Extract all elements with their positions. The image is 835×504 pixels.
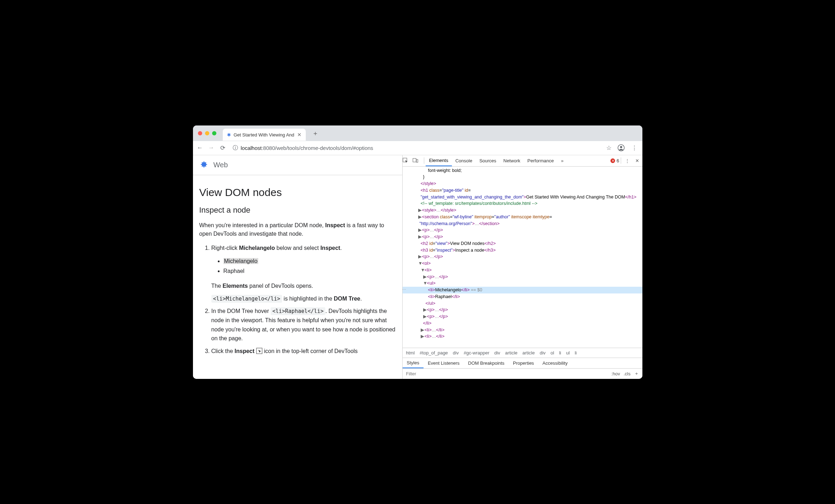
new-tab-button[interactable]: ＋ <box>312 129 319 138</box>
error-icon: ✕ <box>610 158 615 163</box>
dom-line[interactable]: <h3 id="inspect">Inspect a node</h3> <box>403 247 642 254</box>
tab-network[interactable]: Network <box>500 155 524 167</box>
devtools-menu-icon[interactable]: ⋮ <box>623 158 632 163</box>
dom-line[interactable]: <h1 class="page-title" id= <box>403 187 642 194</box>
breadcrumb-item[interactable]: html <box>406 350 415 355</box>
breadcrumb-item[interactable]: ul <box>566 350 570 355</box>
svg-rect-4 <box>413 158 416 162</box>
svg-rect-5 <box>416 159 418 162</box>
browser-tab[interactable]: ✱ Get Started With Viewing And ✕ <box>223 129 306 141</box>
dom-line[interactable]: ▼<li> <box>403 267 642 274</box>
inspect-icon <box>256 348 262 354</box>
tab-sources[interactable]: Sources <box>476 155 500 167</box>
dom-line[interactable]: ▶<li>…</li> <box>403 333 642 340</box>
subtab-dom-breakpoints[interactable]: DOM Breakpoints <box>464 358 509 368</box>
breadcrumb-item[interactable]: article <box>505 350 518 355</box>
forward-button[interactable]: → <box>208 144 215 151</box>
dom-line[interactable]: ▶<p>…</p> <box>403 227 642 234</box>
subtab-event-listeners[interactable]: Event Listeners <box>424 358 464 368</box>
dom-line[interactable]: </li> <box>403 320 642 327</box>
dom-line[interactable]: ▶<p>…</p> <box>403 253 642 260</box>
breadcrumb-item[interactable]: #gc-wrapper <box>464 350 489 355</box>
cls-toggle[interactable]: .cls <box>624 371 631 376</box>
dom-line[interactable]: ▼<ul> <box>403 280 642 287</box>
step-text: The Elements panel of DevTools opens. <box>211 281 396 291</box>
dom-line[interactable]: <li>Raphael</li> <box>403 293 642 300</box>
dom-line[interactable]: ▼<ol> <box>403 260 642 267</box>
dom-line[interactable]: ▶<section class="wf-byline" itemprop="au… <box>403 214 642 220</box>
menu-icon[interactable]: ⋮ <box>630 144 639 152</box>
traffic-lights <box>198 131 216 135</box>
dom-line-selected[interactable]: <li>Michelangelo</li> == $0 <box>403 287 642 293</box>
tab-performance[interactable]: Performance <box>524 155 557 167</box>
profile-icon[interactable] <box>618 144 626 151</box>
breadcrumb-item[interactable]: article <box>522 350 535 355</box>
subtab-styles[interactable]: Styles <box>403 358 424 368</box>
page-header: Web <box>193 155 402 175</box>
article: View DOM nodes Inspect a node When you'r… <box>193 175 402 366</box>
dom-line[interactable]: font-weight: bold; <box>403 167 642 174</box>
new-style-rule-icon[interactable]: ＋ <box>634 370 639 377</box>
breadcrumb-item[interactable]: div <box>453 350 459 355</box>
hov-toggle[interactable]: :hov <box>611 371 620 376</box>
devtools-close-icon[interactable]: ✕ <box>632 158 642 163</box>
back-button[interactable]: ← <box>197 144 204 151</box>
breadcrumb-item[interactable]: li <box>559 350 561 355</box>
subtab-accessibility[interactable]: Accessibility <box>538 358 572 368</box>
titlebar: ✱ Get Started With Viewing And ✕ ＋ <box>193 125 642 141</box>
devtools-panel: Elements Console Sources Network Perform… <box>402 155 642 379</box>
step-2: In the DOM Tree hover <li>Raphael</li>. … <box>211 307 396 343</box>
dom-line[interactable]: ▶<p>…</p> <box>403 274 642 280</box>
error-indicator[interactable]: ✕6 <box>610 158 619 163</box>
star-icon[interactable]: ☆ <box>605 144 613 152</box>
dom-line[interactable]: ▶<li>…</li> <box>403 327 642 334</box>
dom-tree[interactable]: font-weight: bold; } </style> <h1 class=… <box>403 167 642 348</box>
page-heading: View DOM nodes <box>199 186 396 198</box>
dom-line[interactable]: ▶<p>…</p> <box>403 313 642 320</box>
maximize-window-icon[interactable] <box>212 131 216 135</box>
dom-line[interactable]: <h2 id="view">View DOM nodes</h2> <box>403 240 642 247</box>
minimize-window-icon[interactable] <box>205 131 209 135</box>
toolbar: ← → ⟳ ⓘ localhost:8080/web/tools/chrome-… <box>193 141 642 155</box>
tab-elements[interactable]: Elements <box>426 155 452 167</box>
breadcrumb-item[interactable]: #top_of_page <box>420 350 448 355</box>
url-text: localhost:8080/web/tools/chrome-devtools… <box>241 145 374 151</box>
step-3: Click the Inspect icon in the top-left c… <box>211 347 396 356</box>
breadcrumb-item[interactable]: div <box>494 350 500 355</box>
intro-paragraph: When you're interested in a particular D… <box>199 221 396 239</box>
list-item[interactable]: Michelangelo <box>223 256 396 267</box>
dom-line[interactable]: ▶<style>…</style> <box>403 207 642 214</box>
step-1: Right-click Michelangelo below and selec… <box>211 243 396 303</box>
dom-line[interactable]: </style> <box>403 180 642 187</box>
subtab-properties[interactable]: Properties <box>509 358 538 368</box>
inspect-element-icon[interactable] <box>403 158 413 163</box>
reload-button[interactable]: ⟳ <box>219 144 226 152</box>
dom-line[interactable]: ▶<p>…</p> <box>403 234 642 240</box>
dom-line[interactable]: "http://schema.org/Person">…</section> <box>403 220 642 227</box>
close-window-icon[interactable] <box>198 131 202 135</box>
step-text: <li>Michelangelo</li> is highlighted in … <box>211 294 396 303</box>
breadcrumb-item[interactable]: div <box>540 350 546 355</box>
url-bar[interactable]: ⓘ localhost:8080/web/tools/chrome-devtoo… <box>231 145 601 151</box>
steps-list: Right-click Michelangelo below and selec… <box>199 243 396 355</box>
artists-list: Michelangelo Raphael <box>211 256 396 277</box>
dom-line[interactable]: "get_started_with_viewing_and_changing_t… <box>403 194 642 201</box>
info-icon[interactable]: ⓘ <box>233 145 238 151</box>
browser-window: ✱ Get Started With Viewing And ✕ ＋ ← → ⟳… <box>193 125 642 379</box>
dom-line[interactable]: </ul> <box>403 300 642 307</box>
tab-close-icon[interactable]: ✕ <box>297 132 302 138</box>
dom-line[interactable]: } <box>403 174 642 180</box>
more-tabs-icon[interactable]: » <box>557 158 567 163</box>
tab-console[interactable]: Console <box>452 155 476 167</box>
dom-breadcrumb: html #top_of_page div #gc-wrapper div ar… <box>403 348 642 358</box>
dom-line[interactable]: ▶<p>…</p> <box>403 307 642 313</box>
styles-filter-input[interactable] <box>406 371 608 376</box>
breadcrumb-item[interactable]: ol <box>551 350 554 355</box>
devtools-header: Elements Console Sources Network Perform… <box>403 155 642 167</box>
site-logo-icon <box>199 160 209 169</box>
breadcrumb-item[interactable]: li <box>575 350 577 355</box>
device-mode-icon[interactable] <box>413 158 422 163</box>
svg-point-1 <box>620 146 622 148</box>
dom-line[interactable]: <!-- wf_template: src/templates/contribu… <box>403 200 642 207</box>
list-item[interactable]: Raphael <box>223 266 396 276</box>
